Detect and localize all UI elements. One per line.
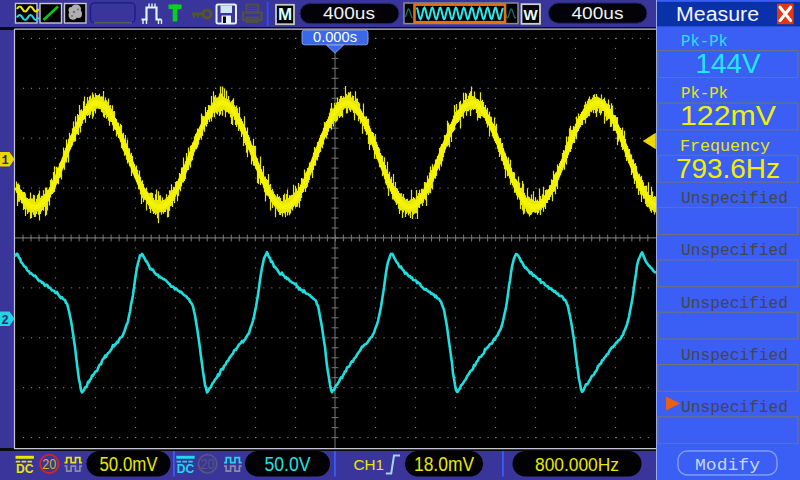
svg-text:Measure: Measure <box>676 3 759 25</box>
svg-text:800.000Hz: 800.000Hz <box>535 455 619 475</box>
svg-text:0.000s: 0.000s <box>313 29 357 45</box>
svg-text:400us: 400us <box>572 5 624 22</box>
svg-text:1: 1 <box>1 154 8 168</box>
svg-text:122mV: 122mV <box>680 100 777 131</box>
svg-text:DC: DC <box>16 462 34 476</box>
svg-text:Unspecified: Unspecified <box>681 399 788 417</box>
svg-text:400us: 400us <box>323 5 375 22</box>
svg-text:Unspecified: Unspecified <box>681 295 788 313</box>
svg-text:Modify: Modify <box>695 456 760 475</box>
svg-text:Unspecified: Unspecified <box>681 242 788 260</box>
svg-text:Unspecified: Unspecified <box>681 347 788 365</box>
svg-text:CH1: CH1 <box>354 456 385 473</box>
svg-text:W: W <box>524 6 539 23</box>
svg-text:2: 2 <box>1 314 8 328</box>
svg-text:20: 20 <box>42 455 56 472</box>
svg-text:20: 20 <box>201 455 215 472</box>
svg-text:50.0V: 50.0V <box>265 453 312 475</box>
svg-text:DC: DC <box>177 462 195 476</box>
svg-text:18.0mV: 18.0mV <box>414 453 475 475</box>
svg-text:144V: 144V <box>696 48 762 79</box>
svg-text:50.0mV: 50.0mV <box>100 453 159 475</box>
svg-text:M: M <box>278 5 292 24</box>
svg-text:Unspecified: Unspecified <box>681 190 788 208</box>
svg-text:793.6Hz: 793.6Hz <box>676 153 780 184</box>
